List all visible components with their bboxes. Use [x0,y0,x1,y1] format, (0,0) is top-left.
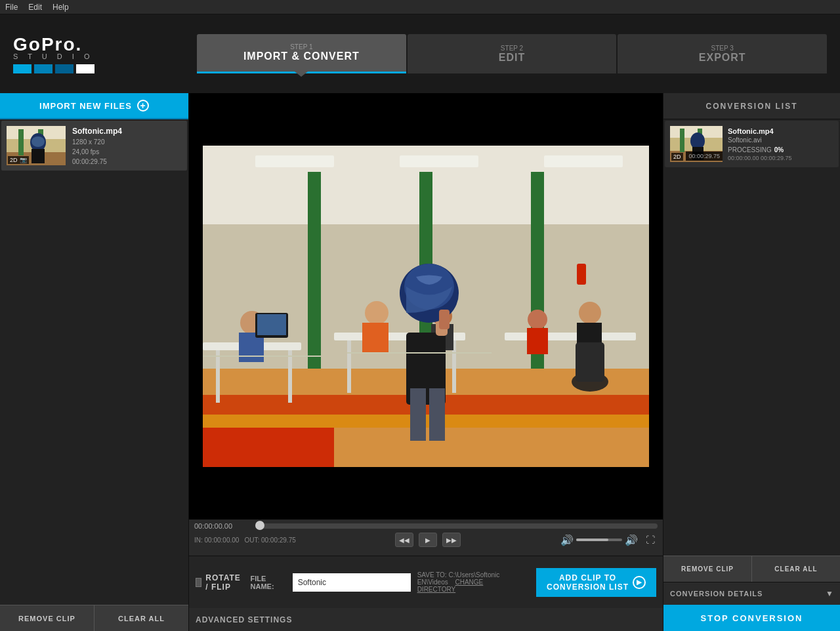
rotate-flip-control: ROTATE / FLIP [196,573,244,592]
left-panel: IMPORT NEW FILES + [0,93,189,631]
svg-rect-27 [347,340,351,393]
fullscreen-button[interactable]: ⛶ [643,533,658,547]
step-tab-export[interactable]: STEP 3 EXPORT [618,34,827,73]
conv-percent: 0% [774,146,784,153]
logo-block-2 [34,64,52,73]
header: GoPro. S T U D I O STEP 1 IMPORT & CONVE… [0,14,840,93]
right-panel: CONVERSION LIST [663,93,840,631]
advanced-settings-button[interactable]: ADVANCED SETTINGS [196,615,292,624]
controls-row: IN: 00:00:00.00 OUT: 00:00:29.75 ◀◀ ▶ ▶▶… [194,533,658,547]
svg-rect-47 [347,352,492,354]
file-fps: 24,00 fps [72,148,182,155]
svg-rect-24 [505,333,636,340]
svg-point-35 [579,302,601,324]
menu-help[interactable]: Help [52,3,69,12]
conv-duration-badge: 00:00:29.75 [686,152,723,161]
logo-studio: S T U D I O [13,52,197,60]
step-tab-edit[interactable]: STEP 2 EDIT [408,34,617,73]
rotate-label: ROTATE / FLIP [205,573,243,592]
playback-bar: 00:00:00.00 IN: 00:00:00.00 OUT: 00:00:2… [189,519,663,556]
rotate-checkbox[interactable] [196,578,201,587]
steps-bar: STEP 1 IMPORT & CONVERT STEP 2 EDIT STEP… [197,34,827,73]
file-duration: 00:00:29.75 [72,158,182,165]
add-btn-label: ADD CLIP TOCONVERSION LIST [547,573,629,592]
svg-rect-32 [362,323,388,352]
step-3-number: STEP 3 [711,45,734,52]
save-to-section: SAVE TO: C:\Users\Softonic EN\Videos CHA… [417,571,523,593]
svg-rect-43 [439,310,450,329]
badge-camera-icon: 📷 [20,157,27,163]
menu-file[interactable]: File [5,3,18,12]
timeline-thumb [253,519,266,532]
file-info: Softonic.mp4 1280 x 720 24,00 fps 00:00:… [72,127,182,165]
bottom-controls: ROTATE / FLIP FILE NAME: SAVE TO: C:\Use… [189,556,663,608]
time-out-label: OUT: 00:00:29.75 [244,537,295,544]
file-item[interactable]: 2D 📷 Softonic.mp4 1280 x 720 24,00 fps 0… [1,121,187,171]
logo-block-4 [76,64,94,73]
conv-status: PROCESSING 0% [728,146,833,153]
conv-source-name: Softonic.mp4 [728,127,833,135]
step-3-label: EXPORT [699,52,746,64]
conversion-list-area: 2D 00:00:29.75 Softonic.mp4 Softonic.avi… [663,119,840,556]
svg-rect-13 [544,155,623,167]
timeline-track[interactable] [255,523,658,529]
conversion-details-label: CONVERSION DETAILS [670,590,763,598]
import-new-files-button[interactable]: IMPORT NEW FILES + [0,93,188,119]
clear-all-button-left[interactable]: CLEAR ALL [94,605,188,631]
svg-rect-44 [410,388,426,441]
conv-time-range: 00:00:00.00 00:00:29.75 [728,155,833,161]
conv-output-name: Softonic.avi [728,136,833,144]
main: IMPORT NEW FILES + [0,93,840,631]
chevron-icon: ▼ [826,589,833,598]
timeline-row: 00:00:00.00 [194,522,658,530]
step-1-label: IMPORT & CONVERT [243,51,360,62]
advanced-settings-row: ADVANCED SETTINGS [189,608,663,631]
svg-rect-17 [577,264,586,285]
step-2-number: STEP 2 [501,45,523,52]
file-name-input[interactable] [293,573,411,592]
right-middle-buttons: REMOVE CLIP CLEAR ALL [663,556,840,582]
conversion-thumbnail: 2D 00:00:29.75 [670,126,723,162]
add-btn-play-icon: ▶ [633,576,646,589]
step-back-button[interactable]: ◀◀ [395,533,413,547]
remove-clip-button-left[interactable]: REMOVE CLIP [0,605,94,631]
logo-block-1 [13,64,32,73]
svg-rect-45 [429,388,445,441]
add-clip-to-conversion-list-button[interactable]: ADD CLIP TOCONVERSION LIST ▶ [536,568,656,597]
stop-conversion-button[interactable]: STOP CONVERSION [663,605,840,631]
volume-slider[interactable] [576,539,622,541]
step-2-label: EDIT [499,52,525,64]
svg-rect-7 [32,149,45,163]
menu-edit[interactable]: Edit [28,3,42,12]
conv-status-label: PROCESSING [728,146,772,153]
plus-icon: + [137,100,149,112]
step-1-number: STEP 1 [290,43,312,51]
center-panel: 00:00:00.00 IN: 00:00:00.00 OUT: 00:00:2… [189,93,663,631]
svg-point-6 [32,136,45,147]
left-bottom-buttons: REMOVE CLIP CLEAR ALL [0,605,188,631]
conversion-list-header: CONVERSION LIST [663,93,840,119]
play-button[interactable]: ▶ [419,533,437,547]
svg-rect-38 [527,328,548,354]
save-to-label: SAVE TO: [417,571,447,579]
video-area [189,93,663,519]
file-resolution: 1280 x 720 [72,138,182,146]
step-tab-import[interactable]: STEP 1 IMPORT & CONVERT [197,34,406,73]
svg-point-37 [528,310,547,329]
clear-all-button-right[interactable]: CLEAR ALL [751,556,840,582]
logo-blocks [13,64,197,73]
file-name: Softonic.mp4 [72,127,182,136]
file-name-label: FILE NAME: [251,575,287,590]
svg-rect-3 [18,129,24,155]
svg-rect-12 [400,155,478,167]
conversion-item[interactable]: 2D 00:00:29.75 Softonic.mp4 Softonic.avi… [665,121,839,167]
conv-badge-2d: 2D [671,153,683,161]
step-forward-button[interactable]: ▶▶ [442,533,461,547]
svg-rect-14 [308,172,321,401]
svg-rect-16 [531,172,544,401]
svg-rect-49 [257,314,286,335]
conversion-details-row: CONVERSION DETAILS ▼ [663,582,840,605]
video-frame [203,146,649,467]
logo-block-3 [55,64,74,73]
remove-clip-button-right[interactable]: REMOVE CLIP [663,556,751,582]
